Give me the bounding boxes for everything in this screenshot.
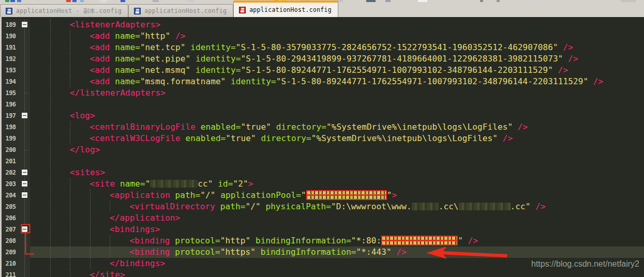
- fold-margin: [19, 190, 30, 201]
- code-token-tag: />: [513, 122, 528, 132]
- line-text[interactable]: <add name="net.msmq" identity="S-1-5-80-…: [30, 65, 644, 76]
- code-line[interactable]: 200</log>: [0, 144, 644, 156]
- code-line[interactable]: 207<bindings>: [0, 224, 644, 235]
- indent-guide: [70, 121, 70, 133]
- line-text[interactable]: <add name="net.tcp" identity="S-1-5-80-3…: [30, 42, 644, 53]
- tab-applicationhost-config[interactable]: applicationHost - 副本.config: [0, 4, 128, 17]
- code-line[interactable]: 193<add name="net.msmq" identity="S-1-5-…: [0, 65, 644, 76]
- tab-label: applicationHost.config: [249, 6, 332, 13]
- line-text[interactable]: </log>: [30, 144, 644, 156]
- line-number: 209: [0, 247, 19, 258]
- line-number: 193: [0, 65, 19, 76]
- line-text[interactable]: <application path="/" applicationPool=""…: [30, 190, 644, 201]
- line-number: 192: [0, 53, 19, 65]
- indent-guide: [50, 224, 51, 235]
- code-token-str: "2": [233, 179, 248, 189]
- line-text[interactable]: <sites>: [30, 167, 644, 178]
- code-line[interactable]: 192<add name="net.pipe" identity="S-1-5-…: [0, 53, 644, 65]
- line-text[interactable]: [30, 99, 644, 110]
- line-text[interactable]: <centralBinaryLogFile enabled="true" dir…: [30, 121, 644, 133]
- code-line[interactable]: 209<binding protocol="https" bindingInfo…: [0, 247, 644, 258]
- censor-blur: [412, 203, 439, 210]
- line-text[interactable]: <binding protocol="http" bindingInformat…: [30, 235, 644, 247]
- code-token-tag: </bindings>: [110, 258, 165, 268]
- line-number: 189: [0, 19, 19, 30]
- line-number: 196: [0, 99, 19, 110]
- code-token-attr: name=: [110, 54, 140, 64]
- line-text[interactable]: <add name="http" />: [30, 30, 644, 42]
- line-text[interactable]: <add name="net.pipe" identity="S-1-5-80-…: [30, 53, 644, 65]
- fold-line: [24, 30, 25, 42]
- line-text[interactable]: </site>: [30, 269, 644, 277]
- fold-collapse-button[interactable]: [21, 226, 28, 233]
- line-text[interactable]: <listenerAdapters>: [30, 19, 644, 30]
- code-token-str: ": [301, 190, 306, 200]
- indent-guide: [70, 178, 70, 190]
- line-text[interactable]: </application>: [30, 212, 644, 224]
- fold-collapse-button[interactable]: [21, 112, 28, 119]
- code-line[interactable]: 211</site>: [0, 269, 644, 277]
- code-line[interactable]: 204<application path="/" applicationPool…: [0, 190, 644, 201]
- code-line[interactable]: 206</application>: [0, 212, 644, 224]
- window-edge: [0, 17, 2, 277]
- indent-guide: [70, 269, 70, 277]
- code-line[interactable]: 189<listenerAdapters>: [0, 19, 644, 30]
- code-line[interactable]: 196: [0, 99, 644, 110]
- code-token-str: "*:443": [356, 247, 392, 257]
- code-token-attr: identity=: [190, 65, 241, 75]
- code-line[interactable]: 202<sites>: [0, 167, 644, 178]
- tab-label: applicationHost.config: [144, 7, 227, 14]
- indent-guide: [50, 212, 51, 224]
- fold-margin: [19, 110, 30, 121]
- toolbar-icon-fragment: [153, 0, 159, 2]
- fold-line: [24, 235, 25, 247]
- code-editor[interactable]: 189<listenerAdapters>190<add name="http"…: [0, 17, 644, 277]
- line-text[interactable]: <virtualDirectory path="/" physicalPath=…: [30, 201, 644, 212]
- code-token-str: "true": [226, 133, 256, 143]
- code-line[interactable]: 191<add name="net.tcp" identity="S-1-5-8…: [0, 42, 644, 53]
- code-line[interactable]: 197<log>: [0, 110, 644, 121]
- code-area[interactable]: 189<listenerAdapters>190<add name="http"…: [0, 17, 644, 277]
- code-token-attr: identity=: [190, 54, 241, 64]
- code-line[interactable]: 198<centralBinaryLogFile enabled="true" …: [0, 121, 644, 133]
- fold-line: [24, 121, 25, 133]
- line-text[interactable]: <binding protocol="https" bindingInforma…: [30, 247, 644, 258]
- tab-applicationhost-config[interactable]: applicationHost.config: [233, 1, 338, 17]
- indent-guide: [90, 235, 91, 247]
- fold-margin: [19, 121, 30, 133]
- line-number: 194: [0, 76, 19, 87]
- line-text[interactable]: <add name="msmq.formatname" identity="S-…: [30, 76, 644, 87]
- code-line[interactable]: 190<add name="http" />: [0, 30, 644, 42]
- code-token-str: "true": [241, 122, 271, 132]
- code-line[interactable]: 203<site name="cc" id="2">: [0, 178, 644, 190]
- line-text[interactable]: <centralW3CLogFile enabled="true" direct…: [30, 133, 644, 144]
- fold-collapse-button[interactable]: [21, 192, 28, 198]
- code-line[interactable]: 195</listenerAdapters>: [0, 87, 644, 99]
- fold-collapse-button[interactable]: [21, 169, 28, 176]
- indent-guide: [50, 110, 51, 121]
- fold-collapse-button[interactable]: [21, 180, 28, 187]
- line-text[interactable]: </listenerAdapters>: [30, 87, 644, 99]
- code-token-str: ": [458, 236, 463, 245]
- indent-guide: [50, 144, 51, 156]
- line-text[interactable]: <site name="cc" id="2">: [30, 178, 644, 190]
- fold-collapse-button[interactable]: [21, 21, 28, 28]
- code-line[interactable]: 205<virtualDirectory path="/" physicalPa…: [0, 201, 644, 212]
- line-number: 201: [0, 156, 19, 167]
- code-line[interactable]: 194<add name="msmq.formatname" identity=…: [0, 76, 644, 87]
- line-text[interactable]: [30, 156, 644, 167]
- line-text[interactable]: <log>: [30, 110, 644, 121]
- code-line[interactable]: 208<binding protocol="http" bindingInfor…: [0, 235, 644, 247]
- indent-guide: [70, 224, 70, 235]
- code-token-str: ": [387, 190, 392, 200]
- fold-margin: [19, 99, 30, 110]
- tab-applicationhost-config[interactable]: applicationHost.config: [128, 4, 233, 17]
- code-token-str: "S-1-5-80-89244771-1762554971-1007993102…: [241, 65, 553, 75]
- code-line[interactable]: 199<centralW3CLogFile enabled="true" dir…: [0, 133, 644, 144]
- fold-line: [24, 269, 25, 277]
- indent-guide: [90, 201, 91, 212]
- toolbar-icon-fragment: [10, 0, 15, 2]
- line-text[interactable]: <bindings>: [30, 224, 644, 235]
- code-line[interactable]: 201: [0, 156, 644, 167]
- toolbar-icon-fragment: [187, 0, 193, 2]
